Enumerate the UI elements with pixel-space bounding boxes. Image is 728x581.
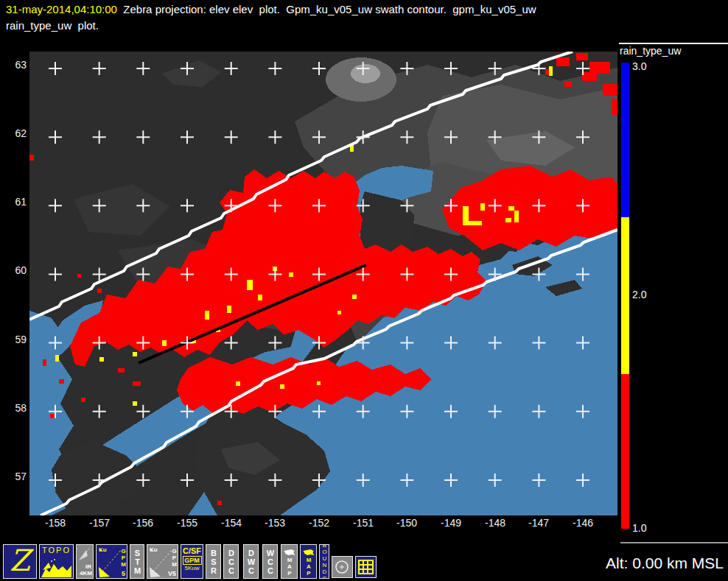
sensor-label: 5Kuw [181, 565, 203, 571]
map-overlay-button[interactable]: MAP [281, 544, 298, 579]
ku-label: Ku [150, 546, 158, 553]
lat-tick-59: 59 [4, 334, 27, 345]
lon-tick--152: -152 [301, 517, 337, 529]
lon-tick--146: -146 [564, 517, 601, 529]
colorbar-segment-1 [621, 374, 629, 529]
lat-tick-58: 58 [4, 402, 27, 414]
ir-4km-button[interactable]: IR 4KM [76, 544, 94, 579]
lon-tick--155: -155 [169, 517, 206, 529]
zebra-z-icon: Z [4, 544, 36, 577]
legend-top-rule [619, 43, 728, 44]
lat-tick-61: 61 [4, 196, 27, 208]
mountains-satellite-icon [41, 558, 71, 577]
map-overlay-button-alt[interactable]: MAP [300, 544, 317, 579]
map-label: MAP [287, 557, 293, 577]
topo-label: TOPO [40, 546, 73, 554]
version-label: V5 [168, 570, 176, 577]
timestamp: 31-may-2014,04:10:00 [6, 3, 117, 15]
lon-tick--149: -149 [433, 517, 469, 529]
dcc-button[interactable]: DCC [223, 544, 239, 579]
bounds-label: BOUNDS [321, 544, 327, 579]
gpm-label: GPM [171, 548, 177, 568]
dwc-label: DWC [247, 549, 255, 575]
lat-tick-60: 60 [4, 264, 27, 276]
stm-button[interactable]: STM [130, 544, 144, 579]
satellite-dish-icon [77, 546, 92, 565]
zebra-logo-button[interactable]: Z [3, 544, 37, 579]
gpm-label: GPM [120, 548, 126, 568]
gpm-boxed-label: GPM [183, 556, 202, 565]
colorbar-segment-3 [621, 63, 629, 217]
bounds-button[interactable]: BOUNDS [319, 544, 329, 579]
plot-description-line2: rain_type_uw plot. [6, 19, 99, 32]
title-bar: 31-may-2014,04:10:00 Zebra projection: e… [6, 1, 640, 34]
wcc-button[interactable]: WCC [262, 544, 278, 579]
lat-tick-63: 63 [4, 59, 27, 71]
lon-tick--156: -156 [125, 517, 161, 529]
crosshair-circle-icon [332, 557, 352, 577]
colorbar-tick-2: 2.0 [632, 289, 646, 300]
us-map-icon [283, 547, 295, 556]
bsr-label: BSR [209, 549, 217, 575]
legend-bottom-rule [620, 542, 728, 543]
csf-gpm-button[interactable]: C/SF GPM 5Kuw [181, 544, 203, 579]
colorbar-tick-1: 1.0 [632, 522, 646, 534]
km-label: 4KM [80, 570, 92, 577]
lon-tick--147: -147 [520, 517, 557, 529]
colorbar-title: rain_type_uw [620, 45, 681, 57]
map-label: MAP [306, 557, 312, 577]
colorbar [621, 63, 629, 529]
lon-tick--154: -154 [213, 517, 250, 529]
lon-tick--158: -158 [37, 517, 74, 529]
colorbar-tick-3: 3.0 [632, 60, 646, 72]
lon-tick--153: -153 [256, 517, 293, 529]
lon-tick--151: -151 [345, 517, 382, 529]
lon-tick--157: -157 [81, 517, 118, 529]
zebra-window: 31-may-2014,04:10:00 Zebra projection: e… [0, 0, 728, 581]
altitude-readout: Alt: 0.00 km MSL [606, 554, 724, 572]
wcc-label: WCC [266, 549, 274, 575]
target-button[interactable] [332, 556, 353, 578]
us-map-icon [302, 547, 315, 556]
ku-gpm-v5-button[interactable]: Ku GPM V5 [147, 544, 178, 579]
lon-tick--150: -150 [388, 517, 425, 529]
stm-label: STM [133, 549, 141, 575]
ku-gpm-5-button[interactable]: Ku GPM 5 [96, 544, 127, 579]
ku-label: Ku [99, 546, 107, 553]
dcc-label: DCC [227, 549, 235, 575]
grid-icon [356, 557, 376, 577]
version-label: 5 [122, 570, 125, 577]
csf-label: C/SF [181, 546, 203, 555]
lat-tick-62: 62 [4, 127, 27, 139]
dwc-button[interactable]: DWC [243, 544, 259, 579]
topo-button[interactable]: TOPO [39, 544, 74, 579]
bsr-button[interactable]: BSR [206, 544, 221, 579]
ir-label: IR [85, 563, 91, 570]
lon-tick--148: -148 [477, 517, 514, 529]
map-canvas[interactable] [29, 52, 617, 515]
colorbar-segment-2 [621, 217, 629, 374]
plot-description-line1: Zebra projection: elev elev plot. Gpm_ku… [123, 3, 536, 15]
grid-button[interactable] [355, 556, 377, 578]
lat-tick-57: 57 [4, 471, 27, 482]
